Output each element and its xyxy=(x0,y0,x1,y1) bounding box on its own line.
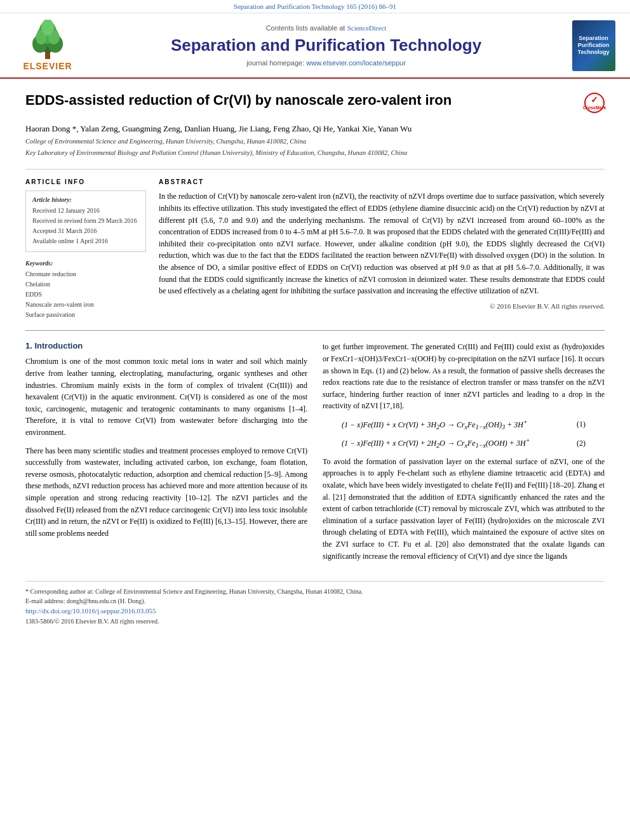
email-note: E-mail address: dongh@hnu.edu.cn (H. Don… xyxy=(25,596,605,606)
body-content: 1. Introduction Chromium is one of the m… xyxy=(25,341,605,568)
footnote-section: * Corresponding author at: College of En… xyxy=(25,581,605,626)
keywords-title: Keywords: xyxy=(25,260,146,267)
journal-logo-area: Separation Purification Technology xyxy=(570,20,617,71)
corresponding-author-note: * Corresponding author at: College of En… xyxy=(25,587,605,596)
elsevier-tree-icon xyxy=(22,20,73,61)
keyword-5: Surface passivation xyxy=(25,310,146,320)
article-info-label: ARTICLE INFO xyxy=(25,178,146,185)
journal-logo-box: Separation Purification Technology xyxy=(572,20,615,71)
elsevier-wordmark: ELSEVIER xyxy=(23,61,72,71)
intro-paragraph-1: Chromium is one of the most common toxic… xyxy=(25,356,307,438)
accepted-date: Accepted 31 March 2016 xyxy=(32,226,139,236)
authors: Haoran Dong *, Yalan Zeng, Guangming Zen… xyxy=(25,123,605,135)
available-date: Available online 1 April 2016 xyxy=(32,236,139,246)
body-left-col: 1. Introduction Chromium is one of the m… xyxy=(25,341,307,568)
body-right-col: to get further improvement. The generate… xyxy=(323,341,605,568)
elsevier-logo-area: ELSEVIER xyxy=(13,20,83,71)
logo-line-1: Separation xyxy=(579,35,608,42)
journal-header: ELSEVIER Contents lists available at Sci… xyxy=(0,13,630,79)
section-1-number: 1. xyxy=(25,341,32,350)
doi-line: http://dx.doi.org/10.1016/j.seppur.2016.… xyxy=(25,606,605,617)
right-paragraph-2: To avoid the formation of passivation la… xyxy=(323,456,605,562)
logo-line-3: Technology xyxy=(578,49,610,56)
equation-1-number: (1) xyxy=(577,420,586,429)
crossmark-label: CrossMark xyxy=(583,105,606,110)
sciencedirect-link[interactable]: ScienceDirect xyxy=(347,24,387,32)
crossmark-badge[interactable]: ✓ CrossMark xyxy=(584,93,605,113)
keyword-2: Chelation xyxy=(25,279,146,290)
article-history-box: Article history: Received 12 January 201… xyxy=(25,190,146,252)
article-info-col: ARTICLE INFO Article history: Received 1… xyxy=(25,178,146,320)
journal-reference-bar: Separation and Purification Technology 1… xyxy=(0,0,630,13)
copyright-notice: © 2016 Elsevier B.V. All rights reserved… xyxy=(159,302,605,310)
journal-title-area: Contents lists available at ScienceDirec… xyxy=(92,20,560,71)
history-title: Article history: xyxy=(32,196,139,203)
homepage-link[interactable]: www.elsevier.com/locate/seppur xyxy=(306,59,406,67)
logo-line-2: Purification xyxy=(578,42,610,49)
contents-line: Contents lists available at ScienceDirec… xyxy=(266,23,387,33)
received-date: Received 12 January 2016 xyxy=(32,206,139,216)
keyword-1: Chromate reduction xyxy=(25,269,146,279)
intro-paragraph-2: There has been many scientific studies a… xyxy=(25,445,307,540)
keyword-4: Nanoscale zero-valent iron xyxy=(25,300,146,310)
elsevier-logo: ELSEVIER xyxy=(22,20,73,71)
section-1-heading: 1. Introduction xyxy=(25,341,307,350)
main-content: EDDS-assisted reduction of Cr(VI) by nan… xyxy=(0,79,630,639)
revised-date: Received in revised form 29 March 2016 xyxy=(32,216,139,226)
title-row: EDDS-assisted reduction of Cr(VI) by nan… xyxy=(25,91,605,116)
page: Separation and Purification Technology 1… xyxy=(0,0,630,840)
info-abstract-section: ARTICLE INFO Article history: Received 1… xyxy=(25,169,605,320)
equation-1-block: (1 − x)Fe(III) + x Cr(VI) + 3H2O → CrxFe… xyxy=(342,418,586,430)
right-paragraph-1: to get further improvement. The generate… xyxy=(323,341,605,412)
author-names: Haoran Dong *, Yalan Zeng, Guangming Zen… xyxy=(25,124,412,133)
keyword-3: EDDS xyxy=(25,290,146,300)
equation-2-block: (1 − x)Fe(III) + x Cr(VI) + 2H2O → CrxFe… xyxy=(342,437,586,449)
abstract-paragraph: In the reduction of Cr(VI) by nanoscale … xyxy=(159,190,605,297)
abstract-label: ABSTRACT xyxy=(159,178,605,185)
equation-2-text: (1 − x)Fe(III) + x Cr(VI) + 2H2O → CrxFe… xyxy=(342,437,530,449)
equation-2-number: (2) xyxy=(577,439,586,448)
svg-point-7 xyxy=(41,20,54,36)
homepage-text: journal homepage: www.elsevier.com/locat… xyxy=(246,59,406,67)
equation-1-text: (1 − x)Fe(III) + x Cr(VI) + 3H2O → CrxFe… xyxy=(342,418,528,430)
journal-homepage-line: journal homepage: www.elsevier.com/locat… xyxy=(246,58,406,68)
section-divider xyxy=(25,330,605,331)
abstract-col: ABSTRACT In the reduction of Cr(VI) by n… xyxy=(159,178,605,320)
journal-reference: Separation and Purification Technology 1… xyxy=(234,3,396,10)
journal-main-title: Separation and Purification Technology xyxy=(171,36,481,55)
affiliation-2: Key Laboratory of Environmental Biology … xyxy=(25,149,605,158)
affiliation-1: College of Environmental Science and Eng… xyxy=(25,137,605,147)
doi-link[interactable]: http://dx.doi.org/10.1016/j.seppur.2016.… xyxy=(25,607,156,615)
abstract-text: In the reduction of Cr(VI) by nanoscale … xyxy=(159,190,605,297)
issn-line: 1383-5866/© 2016 Elsevier B.V. All right… xyxy=(25,617,605,626)
section-1-title: Introduction xyxy=(34,341,83,350)
article-title: EDDS-assisted reduction of Cr(VI) by nan… xyxy=(25,91,578,110)
keywords-section: Keywords: Chromate reduction Chelation E… xyxy=(25,260,146,320)
contents-text: Contents lists available at xyxy=(266,24,345,32)
